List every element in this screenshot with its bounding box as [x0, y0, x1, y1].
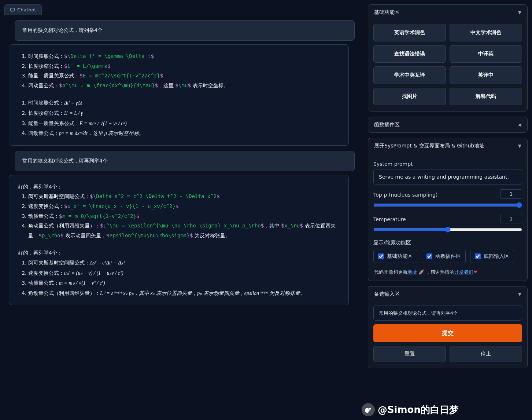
sysprompt-header[interactable]: 展开SysPrompt & 交互界面布局 & Github地址 ▼ — [368, 138, 527, 154]
chevron-down-icon: ▼ — [518, 143, 521, 149]
topp-slider[interactable] — [373, 202, 522, 208]
formula-raw-item: 闵可夫斯基时空间隔公式：$\Delta s^2 = c^2 \Delta t^2… — [28, 191, 340, 201]
function-button[interactable]: 找图片 — [373, 88, 446, 105]
chevron-down-icon: ▼ — [518, 10, 521, 15]
basic-functions-header[interactable]: 基础功能区 ▼ — [368, 5, 527, 20]
temperature-slider[interactable] — [373, 227, 522, 233]
visibility-checkbox[interactable]: 基础功能区 — [373, 250, 417, 263]
user-message-2: 常用的狭义相对论公式，请再列举4个 — [15, 151, 355, 171]
formula-rendered-item: 能量—质量关系公式：E = mc² / √(1 − v² / c²) — [28, 118, 340, 129]
formula-raw-item: 长度收缩公式：$L' = L/\gamma$ — [28, 61, 340, 71]
chat-icon — [10, 7, 15, 12]
footer-note: 代码开源和更新地址 🚀 ，感谢热情的开发者们❤ — [368, 269, 527, 281]
svg-rect-0 — [11, 8, 15, 11]
assistant-message-2: 好的，再列举4个： 闵可夫斯基时空间隔公式：$\Delta s^2 = c^2 … — [9, 175, 349, 306]
alt-input-field[interactable] — [373, 306, 522, 321]
tab-chatbot[interactable]: Chatbot — [4, 4, 42, 15]
submit-button[interactable]: 提交 — [373, 324, 522, 342]
plugins-header[interactable]: 函数插件区 ◀ — [368, 117, 527, 132]
sidebar: 基础功能区 ▼ 英语学术润色中文学术润色查找语法错误中译英学术中英互译英译中找图… — [363, 0, 532, 420]
alt-input-section: 备选输入区 ▼ 提交 重置 停止 — [368, 286, 528, 368]
system-prompt-label: System prompt — [373, 161, 522, 167]
chat-panel: Chatbot 常用的狭义相对论公式，请列举4个 时间膨胀公式：$\Delta … — [0, 0, 363, 420]
visibility-checkbox[interactable]: 底部输入区 — [470, 250, 514, 263]
formula-rendered-item: 闵可夫斯基时空间隔公式：Δs² = c²Δt² − Δx² — [28, 258, 340, 268]
function-button[interactable]: 英语学术润色 — [373, 24, 446, 41]
system-prompt-input[interactable]: Serve me as a writing and programming as… — [373, 169, 522, 185]
source-link[interactable]: 地址 — [407, 269, 417, 275]
function-button[interactable]: 查找语法错误 — [373, 45, 446, 63]
sysprompt-section: 展开SysPrompt & 交互界面布局 & Github地址 ▼ System… — [368, 138, 528, 281]
assistant-message-1: 时间膨胀公式：$\Delta t' = \gamma \Delta t$长度收缩… — [9, 44, 349, 146]
heart-icon: ❤ — [473, 269, 477, 275]
user-message-1: 常用的狭义相对论公式，请列举4个 — [15, 20, 355, 41]
tab-label: Chatbot — [17, 7, 36, 12]
temperature-label: Temperature — [373, 216, 406, 222]
devs-link[interactable]: 开发者们 — [454, 269, 473, 275]
formula-rendered-item: 速度变换公式：uₓ′ = (uₓ − v) / (1 − uₓv / c²) — [28, 268, 340, 278]
topp-value[interactable]: 1 — [500, 189, 522, 199]
formula-rendered-item: 长度收缩公式：L′ = L / γ — [28, 108, 340, 118]
function-button[interactable]: 学术中英互译 — [373, 66, 446, 84]
formula-raw-item: 能量—质量关系公式：$E = mc^2/\sqrt{1-v^2/c^2}$ — [28, 71, 340, 81]
plugins-section: 函数插件区 ◀ — [368, 117, 528, 133]
visibility-checkbox[interactable]: 函数插件区 — [422, 250, 466, 263]
function-button[interactable]: 中译英 — [450, 45, 522, 63]
formula-raw-item: 时间膨胀公式：$\Delta t' = \gamma \Delta t$ — [28, 51, 340, 61]
formula-raw-item: 速度变换公式：$u_x' = \frac{u_x - v}{1 - u_xv/c… — [28, 201, 340, 211]
divider — [18, 244, 340, 244]
divider — [18, 94, 340, 94]
function-button[interactable]: 解释代码 — [450, 88, 522, 105]
formula-raw-item: 角动量公式（利用四维矢量）：$L^\mu = \epsilon^{\mu \nu… — [28, 221, 340, 240]
formula-rendered-item: 角动量公式（利用四维矢量）：Lᵘ = εᵘᵛᵖᵠ xᵥ pₚ，其中 xᵥ 表示位… — [28, 288, 340, 299]
reset-button[interactable]: 重置 — [373, 346, 446, 362]
basic-functions-section: 基础功能区 ▼ 英语学术润色中文学术润色查找语法错误中译英学术中英互译英译中找图… — [368, 4, 528, 112]
stop-button[interactable]: 停止 — [450, 346, 522, 362]
formula-raw-item: 动质量公式：$m = m_0/\sqrt{1-v^2/c^2}$ — [28, 211, 340, 221]
chevron-down-icon: ▼ — [518, 292, 521, 297]
topp-label: Top-p (nucleus sampling) — [373, 192, 437, 198]
alt-input-header[interactable]: 备选输入区 ▼ — [368, 286, 527, 302]
formula-rendered-item: 时间膨胀公式：Δt′ = γΔt — [28, 98, 340, 108]
toggle-label: 显示/隐藏功能区 — [373, 240, 522, 246]
function-button[interactable]: 中文学术润色 — [450, 24, 522, 41]
formula-raw-item: 四动量公式：$p^\mu = m \frac{dx^\mu}{d\tau}$，这… — [28, 81, 340, 91]
chevron-left-icon: ◀ — [518, 122, 521, 127]
formula-rendered-item: 四动量公式：pᵘ = m dxᵘ/dτ，这里 μ 表示时空坐标。 — [28, 128, 340, 139]
function-button[interactable]: 英译中 — [450, 66, 522, 84]
formula-rendered-item: 动质量公式：m = m₀ / √(1 − v² / c²) — [28, 278, 340, 288]
temperature-value[interactable]: 1 — [500, 214, 522, 223]
